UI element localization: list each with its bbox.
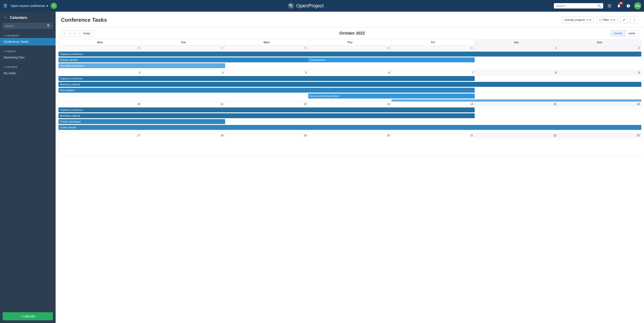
sidebar-item-marketing-plan[interactable]: Marketing Plan	[0, 54, 56, 61]
week-row-1: 26 27 28 29 30 1 2 Organize conference	[58, 46, 641, 70]
fullscreen-button[interactable]: ⤢	[620, 16, 628, 24]
favorites-label: FAVORITE	[6, 34, 19, 37]
cal-day-12[interactable]: 12	[225, 102, 308, 107]
next-button[interactable]: →	[70, 30, 78, 36]
avatar[interactable]: PS	[634, 2, 641, 10]
chevron-down-icon-3: ▾	[4, 66, 5, 68]
public-section-label[interactable]: ▾ PUBLIC	[0, 49, 56, 54]
cal-day-6[interactable]: 6	[308, 70, 392, 76]
more-options-button[interactable]: ⋮	[630, 16, 638, 24]
cal-day-17[interactable]: 17	[58, 133, 142, 138]
cal-day-28[interactable]: 28	[225, 46, 308, 51]
cal-day-20[interactable]: 20	[308, 133, 392, 138]
cal-day-5[interactable]: 5	[225, 70, 308, 76]
notification-badge: 22	[619, 2, 623, 4]
sidebar-search-input[interactable]	[5, 24, 46, 28]
include-projects-count: 1	[586, 18, 588, 22]
cal-day-19[interactable]: 19	[225, 133, 308, 138]
sidebar-title: Calendars	[10, 16, 27, 20]
add-button[interactable]: +	[51, 3, 57, 9]
event-get-speakers[interactable]: Get speakers	[58, 88, 475, 93]
cal-day-1[interactable]: 1	[475, 46, 558, 51]
event-marketing-material-w2[interactable]: Marketing material	[58, 82, 641, 87]
svg-point-1	[290, 5, 291, 6]
event-prepare-agenda[interactable]: Prepare agenda	[58, 58, 308, 62]
month-view-button[interactable]: month	[611, 30, 625, 36]
help-icon[interactable]	[625, 2, 632, 10]
filter-icon: ▽	[599, 18, 601, 22]
sidebar-search-box[interactable]: 🔍	[3, 23, 53, 29]
calendar-toolbar: ← → today October 2022 month week	[56, 27, 644, 39]
cal-day-16[interactable]: 16	[558, 102, 641, 107]
cal-day-2[interactable]: 2	[558, 46, 641, 51]
week3-events: Organize conference Marketing material P…	[58, 108, 641, 131]
cal-day-10[interactable]: 10	[58, 102, 142, 107]
today-button[interactable]: today	[80, 30, 94, 36]
event-organize-conference-w1[interactable]: Organize conference	[58, 52, 641, 56]
fullscreen-icon: ⤢	[622, 18, 626, 22]
app-logo: OpenProject	[60, 2, 551, 10]
cal-day-30[interactable]: 30	[392, 46, 475, 51]
apps-icon[interactable]	[606, 2, 613, 10]
add-calendar-button[interactable]: + Calendar	[3, 312, 53, 320]
private-label: PRIVATE	[6, 66, 18, 68]
hamburger-menu[interactable]: ☰	[3, 2, 8, 9]
sidebar-item-conference-tasks[interactable]: Conference Tasks	[0, 38, 56, 46]
app-layout: ← Calendars 🔍 ▾ FAVORITE Conference Task…	[0, 12, 644, 323]
cal-day-7[interactable]: 7	[392, 70, 475, 76]
cal-day-29[interactable]: 29	[308, 46, 392, 51]
cal-day-4[interactable]: 4	[142, 70, 225, 76]
sidebar-item-my-tasks[interactable]: My tasks	[0, 69, 56, 77]
cal-day-21[interactable]: 21	[392, 133, 475, 138]
global-search-input[interactable]	[556, 4, 596, 8]
cal-day-18[interactable]: 18	[142, 133, 225, 138]
top-navigation: ☰ Open source conference ▾ + OpenProject…	[0, 0, 644, 12]
cal-day-8[interactable]: 8	[475, 70, 558, 76]
header-controls: Include projects 1 ▾ ▽ Filter 1 ▾ ⤢ ⋮	[562, 16, 638, 24]
week2-events: Organize conference Marketing material G…	[58, 76, 641, 105]
include-projects-button[interactable]: Include projects 1 ▾	[562, 16, 594, 23]
cal-day-11[interactable]: 11	[142, 102, 225, 107]
cal-day-9[interactable]: 9	[558, 70, 641, 76]
global-search-box[interactable]: 🔍	[554, 3, 603, 8]
filter-button[interactable]: ▽ Filter 1 ▾	[596, 16, 618, 23]
include-projects-label: Include projects	[564, 18, 585, 22]
cal-day-22[interactable]: 22	[475, 133, 558, 138]
filter-label: Filter	[602, 18, 609, 22]
cal-day-14[interactable]: 14	[392, 102, 475, 107]
event-send-meeting-invitation[interactable]: Send out meeting invitation	[308, 94, 475, 98]
cal-day-15[interactable]: 15	[475, 102, 558, 107]
cal-day-27[interactable]: 27	[142, 46, 225, 51]
event-create-website[interactable]: Create website	[58, 125, 641, 130]
sidebar-footer: + Calendar	[0, 310, 56, 323]
notifications-icon[interactable]: 22	[615, 2, 622, 10]
week-row-3: 10 11 12 13 14 15 16 Organize conference	[58, 102, 641, 133]
public-label: PUBLIC	[6, 50, 16, 53]
event-contact-press[interactable]: Contact press	[308, 58, 475, 62]
project-selector[interactable]: Open source conference ▾	[11, 4, 48, 8]
back-arrow-icon[interactable]: ←	[4, 15, 8, 20]
chevron-down-icon-2: ▾	[4, 50, 5, 53]
page-title: Conference Tasks	[61, 17, 107, 23]
event-organize-conference-w2[interactable]: Organize conference	[58, 76, 475, 81]
cal-day-23[interactable]: 23	[558, 133, 641, 138]
public-section: ▾ PUBLIC Marketing Plan	[0, 47, 56, 63]
day-header-fri: Fri	[392, 39, 475, 46]
week-view-button[interactable]: week	[625, 30, 638, 36]
event-organize-conference-w3[interactable]: Organize conference	[58, 108, 475, 112]
favorites-section: ▾ FAVORITE Conference Tasks	[0, 32, 56, 47]
logo-icon	[287, 2, 294, 10]
prev-button[interactable]: ←	[61, 30, 69, 36]
sidebar-search-icon: 🔍	[47, 24, 51, 28]
cal-day-3[interactable]: 3	[58, 70, 142, 76]
event-marketing-material-w3[interactable]: Marketing material	[58, 113, 475, 118]
filter-dropdown-icon: ▾	[613, 18, 615, 22]
more-icon: ⋮	[632, 18, 636, 22]
favorites-section-label[interactable]: ▾ FAVORITE	[0, 34, 56, 38]
event-find-date-location[interactable]: Find date and location	[58, 63, 225, 68]
event-prepare-giveaways-w3[interactable]: Prepare giveaways	[58, 119, 225, 124]
cal-day-13[interactable]: 13	[308, 102, 392, 107]
filter-count: 1	[610, 18, 612, 22]
cal-day-26[interactable]: 26	[58, 46, 142, 51]
private-section-label[interactable]: ▾ PRIVATE	[0, 65, 56, 69]
